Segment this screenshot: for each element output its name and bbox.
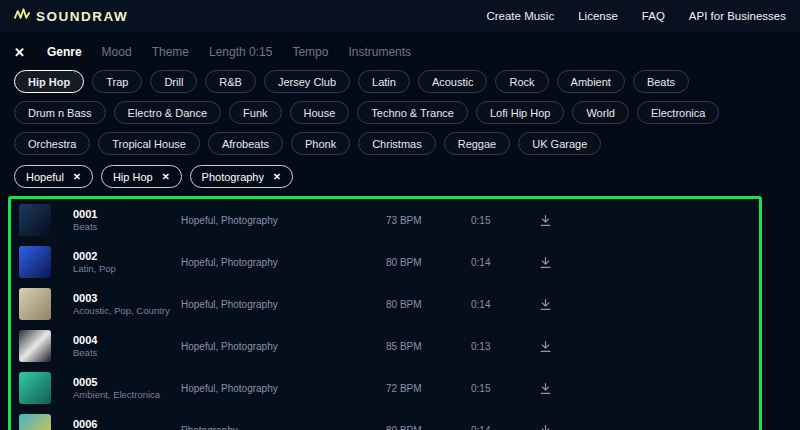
filter-tab[interactable]: Mood — [102, 45, 132, 59]
track-bpm: 72 BPM — [386, 383, 471, 394]
track-duration: 0:14 — [471, 425, 539, 430]
genre-chip[interactable]: Phonk — [291, 132, 350, 155]
filter-tabs: GenreMoodThemeLength 0:15TempoInstrument… — [47, 45, 411, 59]
genre-chip[interactable]: Jersey Club — [264, 70, 350, 93]
track-id-block: 0001 Beats — [73, 208, 181, 233]
track-id: 0005 — [73, 376, 181, 389]
genre-chip[interactable]: Christmas — [358, 132, 436, 155]
track-id: 0002 — [73, 250, 181, 263]
track-bpm: 80 BPM — [386, 299, 471, 310]
track-moods: Hopeful, Photography — [181, 341, 386, 352]
genre-chip[interactable]: Beats — [633, 70, 689, 93]
track-duration: 0:15 — [471, 215, 539, 226]
track-genres: Acoustic, Pop, Country — [73, 305, 181, 317]
genre-chip[interactable]: Tropical House — [98, 132, 200, 155]
track-thumbnail[interactable] — [19, 330, 51, 362]
filter-tab[interactable]: Genre — [47, 45, 82, 59]
track-bpm: 73 BPM — [386, 215, 471, 226]
filter-tag[interactable]: Photography ✕ — [190, 165, 293, 188]
track-id-block: 0006 Latin — [73, 418, 181, 430]
header: SOUNDRAW Create Music License FAQ API fo… — [0, 0, 800, 32]
remove-tag-icon[interactable]: ✕ — [73, 171, 81, 182]
genre-chip[interactable]: Reggae — [444, 132, 511, 155]
genre-chip[interactable]: House — [290, 101, 350, 124]
genre-chip[interactable]: Funk — [229, 101, 281, 124]
genre-chip[interactable]: Acoustic — [418, 70, 488, 93]
header-nav: Create Music License FAQ API for Busines… — [486, 10, 786, 22]
waveform-logo-icon — [14, 7, 31, 25]
nav-link[interactable]: License — [578, 10, 618, 22]
filter-tag[interactable]: Hopeful ✕ — [14, 165, 93, 188]
download-icon[interactable] — [539, 256, 583, 269]
track-genres: Latin, Pop — [73, 263, 181, 275]
active-filter-tags: Hopeful ✕ Hip Hop ✕ Photography ✕ — [14, 165, 786, 188]
track-thumbnail[interactable] — [19, 204, 51, 236]
track-moods: Photography — [181, 425, 386, 430]
track-moods: Hopeful, Photography — [181, 383, 386, 394]
genre-chip[interactable]: Trap — [92, 70, 142, 93]
genre-chip[interactable]: Latin — [358, 70, 410, 93]
track-duration: 0:15 — [471, 383, 539, 394]
filter-tab[interactable]: Tempo — [292, 45, 328, 59]
genre-chip[interactable]: Drill — [150, 70, 197, 93]
track-id: 0004 — [73, 334, 181, 347]
genre-chip[interactable]: Rock — [495, 70, 548, 93]
track-id-block: 0002 Latin, Pop — [73, 250, 181, 275]
filter-bar: ✕ GenreMoodThemeLength 0:15TempoInstrume… — [14, 44, 800, 60]
nav-link[interactable]: API for Businesses — [689, 10, 786, 22]
filter-tag[interactable]: Hip Hop ✕ — [101, 165, 182, 188]
download-icon[interactable] — [539, 340, 583, 353]
download-icon[interactable] — [539, 382, 583, 395]
genre-chip[interactable]: Electronica — [637, 101, 719, 124]
genre-chip[interactable]: Drum n Bass — [14, 101, 106, 124]
track-thumbnail[interactable] — [19, 372, 51, 404]
track-row[interactable]: 0004 Beats Hopeful, Photography 85 BPM 0… — [11, 325, 759, 367]
genre-chip[interactable]: Lofi Hip Hop — [476, 101, 565, 124]
track-id-block: 0005 Ambient, Electronica — [73, 376, 181, 401]
download-icon[interactable] — [539, 214, 583, 227]
track-row[interactable]: 0001 Beats Hopeful, Photography 73 BPM 0… — [11, 199, 759, 241]
track-genres: Ambient, Electronica — [73, 389, 181, 401]
genre-chip[interactable]: World — [572, 101, 629, 124]
track-row[interactable]: 0006 Latin Photography 80 BPM 0:14 — [11, 409, 759, 430]
track-list-highlight-box: 0001 Beats Hopeful, Photography 73 BPM 0… — [8, 196, 762, 430]
track-moods: Hopeful, Photography — [181, 257, 386, 268]
track-thumbnail[interactable] — [19, 414, 51, 430]
nav-link[interactable]: Create Music — [486, 10, 554, 22]
genre-chip[interactable]: Techno & Trance — [357, 101, 468, 124]
remove-tag-icon[interactable]: ✕ — [162, 171, 170, 182]
track-moods: Hopeful, Photography — [181, 215, 386, 226]
track-id: 0003 — [73, 292, 181, 305]
logo-text: SOUNDRAW — [36, 9, 128, 24]
filter-tab[interactable]: Instruments — [348, 45, 411, 59]
track-duration: 0:13 — [471, 341, 539, 352]
track-row[interactable]: 0003 Acoustic, Pop, Country Hopeful, Pho… — [11, 283, 759, 325]
filter-tab[interactable]: Theme — [152, 45, 189, 59]
filter-tab[interactable]: Length 0:15 — [209, 45, 272, 59]
track-bpm: 80 BPM — [386, 425, 471, 430]
download-icon[interactable] — [539, 424, 583, 430]
genre-chip[interactable]: Afrobeats — [208, 132, 283, 155]
genre-chip[interactable]: Electro & Dance — [114, 101, 221, 124]
soundraw-logo[interactable]: SOUNDRAW — [14, 7, 128, 25]
track-moods: Hopeful, Photography — [181, 299, 386, 310]
track-id-block: 0003 Acoustic, Pop, Country — [73, 292, 181, 317]
track-genres: Beats — [73, 221, 181, 233]
remove-tag-icon[interactable]: ✕ — [273, 171, 281, 182]
track-row[interactable]: 0005 Ambient, Electronica Hopeful, Photo… — [11, 367, 759, 409]
genre-chip[interactable]: Orchestra — [14, 132, 90, 155]
track-thumbnail[interactable] — [19, 288, 51, 320]
genre-chip[interactable]: R&B — [205, 70, 256, 93]
genre-chip[interactable]: UK Garage — [518, 132, 601, 155]
track-thumbnail[interactable] — [19, 246, 51, 278]
track-id: 0001 — [73, 208, 181, 221]
close-filters-icon[interactable]: ✕ — [14, 45, 25, 60]
track-row[interactable]: 0002 Latin, Pop Hopeful, Photography 80 … — [11, 241, 759, 283]
download-icon[interactable] — [539, 298, 583, 311]
filter-tag-label: Hip Hop — [113, 171, 153, 183]
genre-chip[interactable]: Hip Hop — [14, 70, 84, 93]
genre-chip[interactable]: Ambient — [557, 70, 625, 93]
nav-link[interactable]: FAQ — [642, 10, 665, 22]
track-genres: Beats — [73, 347, 181, 359]
track-bpm: 85 BPM — [386, 341, 471, 352]
